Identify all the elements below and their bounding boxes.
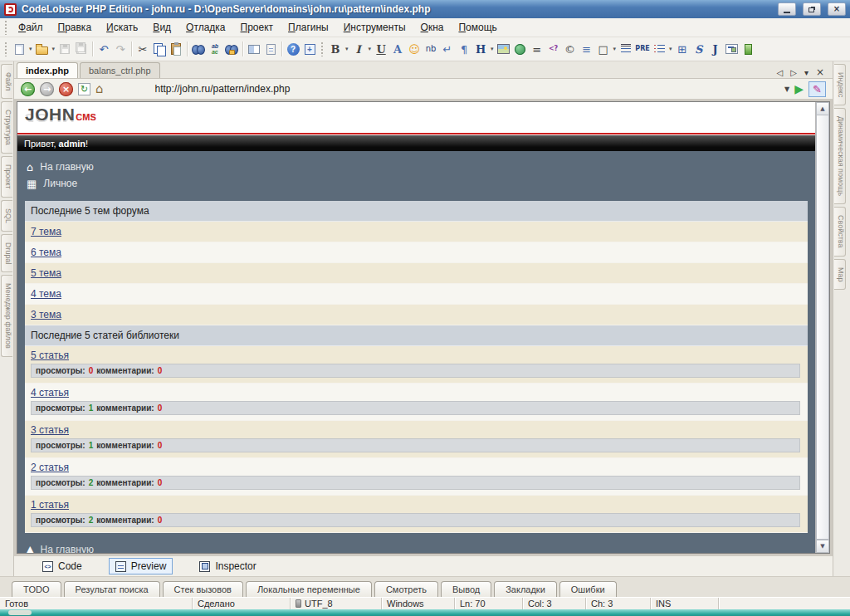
nav-home-link[interactable]: ⌂ На главную (17, 159, 815, 175)
form-button[interactable] (724, 40, 740, 58)
pre-button[interactable]: PRE (634, 40, 651, 58)
panel-tab-watch[interactable]: Смотреть (374, 581, 438, 597)
div-button[interactable]: □ (595, 40, 612, 58)
browser-home-button[interactable]: ⌂ (95, 81, 104, 96)
list-button[interactable] (651, 40, 667, 58)
browser-refresh-button[interactable]: ↻ (78, 83, 90, 95)
panel-tab-bookmarks[interactable]: Закладки (494, 581, 557, 597)
sidebar-tab-properties[interactable]: Свойства (834, 207, 846, 257)
run-button[interactable]: ▶ (794, 82, 804, 95)
line-break-button[interactable]: ↵ (439, 40, 456, 58)
menu-debug[interactable]: Отладка (178, 19, 232, 36)
scroll-down-icon[interactable]: ▼ (816, 540, 829, 553)
panel-tab-todo[interactable]: TODO (12, 581, 61, 597)
sidebar-tab-file-manager[interactable]: Менеджер файлов (1, 275, 12, 357)
redo-button[interactable]: ↷ (112, 40, 129, 58)
new-file-dropdown[interactable]: ▾ (27, 46, 34, 52)
footer-home-link[interactable]: ▲ На главную (17, 544, 815, 553)
view-tab-preview[interactable]: Preview (109, 558, 173, 574)
paste-button[interactable] (168, 40, 184, 58)
paragraph-button[interactable]: ¶ (456, 40, 472, 58)
javascript-button[interactable]: J (707, 40, 724, 58)
italic-dropdown[interactable]: ▾ (367, 46, 374, 52)
smiley-button[interactable]: ☺ (406, 40, 423, 58)
scroll-up-icon[interactable]: ▲ (816, 102, 829, 115)
restore-button[interactable] (803, 2, 821, 16)
panel-tab-output[interactable]: Вывод (441, 581, 491, 597)
nbsp-button[interactable]: nb (423, 40, 439, 58)
hr-button[interactable]: = (529, 40, 545, 58)
view-tab-code[interactable]: <> Code (36, 558, 89, 574)
browser-forward-button[interactable]: → (40, 82, 54, 96)
fullscreen-button[interactable]: + (301, 40, 318, 58)
menu-windows[interactable]: Окна (413, 19, 452, 36)
heading-button[interactable]: H (472, 40, 489, 58)
scroll-script-button[interactable]: S (691, 40, 707, 58)
document-panel-button[interactable] (262, 40, 279, 58)
link-button[interactable] (512, 40, 529, 58)
new-file-button[interactable] (11, 40, 27, 58)
article-link[interactable]: 1 статья (31, 499, 69, 511)
forum-topic-link[interactable]: 6 тема (31, 247, 61, 258)
forum-topic-link[interactable]: 3 тема (31, 309, 61, 320)
php-button[interactable] (740, 40, 757, 58)
table-button[interactable]: ⊞ (674, 40, 691, 58)
open-file-button[interactable] (34, 40, 51, 58)
find-in-files-button[interactable] (223, 40, 240, 58)
forum-topic-link[interactable]: 7 тема (31, 226, 61, 237)
tab-scroll-right-icon[interactable]: ▷ (790, 68, 797, 77)
cut-button[interactable]: ✂ (134, 40, 151, 58)
panel-tab-errors[interactable]: Ошибки (559, 581, 617, 597)
menu-project[interactable]: Проект (233, 19, 281, 36)
align-top-button[interactable] (618, 40, 634, 58)
nav-personal-link[interactable]: ▦ Личное (17, 175, 815, 192)
undo-button[interactable]: ↶ (95, 40, 112, 58)
close-button[interactable]: × (828, 2, 846, 16)
copy-button[interactable] (151, 40, 168, 58)
sidebar-tab-drupal[interactable]: Drupal (1, 234, 12, 273)
menu-edit[interactable]: Правка (51, 19, 100, 36)
script-button[interactable]: <? (545, 40, 562, 58)
panel-tab-search-results[interactable]: Результат поиска (64, 581, 160, 597)
browser-stop-button[interactable]: × (59, 82, 73, 96)
tab-close-icon[interactable]: × (816, 66, 824, 78)
menu-view[interactable]: Вид (145, 19, 178, 36)
div-dropdown[interactable]: ▾ (612, 46, 618, 52)
menu-file[interactable]: Файл (11, 19, 51, 36)
editor-tab-index[interactable]: index.php (17, 62, 78, 78)
view-tab-inspector[interactable]: Inspector (193, 558, 262, 574)
forum-topic-link[interactable]: 4 тема (31, 288, 61, 300)
sidebar-tab-project[interactable]: Проект (1, 156, 12, 198)
sidebar-tab-sql[interactable]: SQL (1, 200, 12, 232)
justify-button[interactable]: ≡ (579, 40, 595, 58)
menu-search[interactable]: Искать (99, 19, 145, 36)
browser-back-button[interactable]: ← (21, 82, 35, 96)
help-button[interactable]: ? (285, 40, 301, 58)
bold-button[interactable]: B (327, 40, 344, 58)
scrollbar-thumb[interactable] (816, 115, 829, 540)
copyright-button[interactable]: © (562, 40, 579, 58)
url-field[interactable]: http://john.ru/pattern/index.php (109, 83, 780, 95)
save-all-button[interactable] (73, 40, 90, 58)
panel-tab-call-stack[interactable]: Стек вызовов (163, 581, 243, 597)
split-view-button[interactable] (246, 40, 262, 58)
sidebar-tab-index[interactable]: Индекс (834, 64, 846, 105)
list-dropdown[interactable]: ▾ (667, 46, 674, 52)
replace-button[interactable]: abac (207, 40, 223, 58)
article-link[interactable]: 2 статья (31, 462, 69, 473)
italic-button[interactable]: I (350, 40, 367, 58)
menu-help[interactable]: Помощь (451, 19, 504, 36)
sidebar-tab-structure[interactable]: Структура (1, 101, 12, 154)
sidebar-tab-map[interactable]: Map (834, 259, 846, 291)
article-link[interactable]: 4 статья (31, 387, 69, 398)
menu-tools[interactable]: Инструменты (336, 19, 413, 36)
sidebar-tab-file[interactable]: Файл (1, 64, 12, 99)
find-button[interactable] (190, 40, 207, 58)
sidebar-tab-dynamic-help[interactable]: Динамическая помощь (834, 108, 846, 204)
image-button[interactable] (496, 40, 512, 58)
save-button[interactable] (56, 40, 73, 58)
article-link[interactable]: 3 статья (31, 424, 69, 436)
tab-scroll-left-icon[interactable]: ◁ (777, 68, 784, 77)
bold-dropdown[interactable]: ▾ (344, 46, 350, 52)
font-button[interactable]: A (389, 40, 406, 58)
